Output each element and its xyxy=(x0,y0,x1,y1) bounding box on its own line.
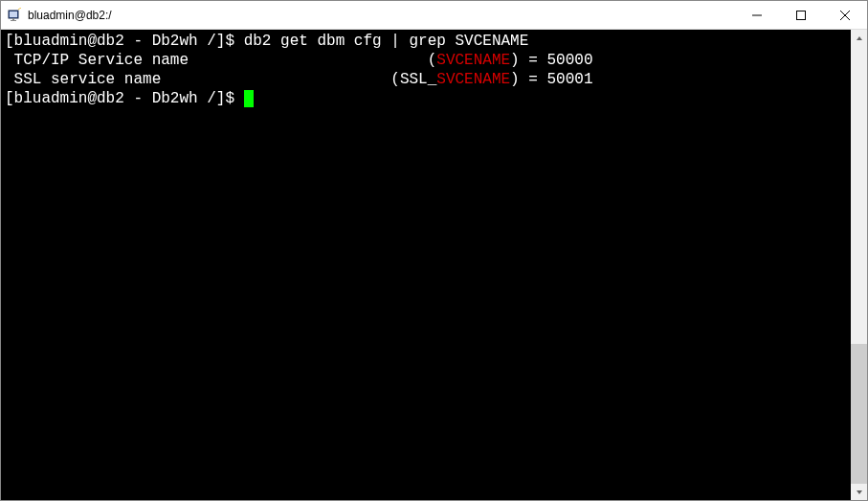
grep-highlight: SVCENAME xyxy=(436,52,510,69)
prompt: [bluadmin@db2 - Db2wh /]$ xyxy=(5,90,244,107)
scroll-track[interactable] xyxy=(851,46,867,484)
minimize-button[interactable] xyxy=(735,1,779,29)
command-text: db2 get dbm cfg | grep SVCENAME xyxy=(244,33,529,50)
putty-window: bluadmin@db2:/ [bluadmin@db2 - Db2wh /]$… xyxy=(0,0,868,501)
window-buttons xyxy=(735,1,867,29)
svg-marker-10 xyxy=(857,490,862,494)
window-title: bluadmin@db2:/ xyxy=(28,9,735,22)
cursor xyxy=(244,90,254,107)
output-rest: ) = 50001 xyxy=(510,71,592,88)
output-label: SSL service name xyxy=(5,71,161,88)
terminal[interactable]: [bluadmin@db2 - Db2wh /]$ db2 get dbm cf… xyxy=(1,30,851,500)
svg-rect-1 xyxy=(10,11,17,17)
titlebar[interactable]: bluadmin@db2:/ xyxy=(1,1,867,30)
putty-icon xyxy=(7,8,22,23)
vertical-scrollbar[interactable] xyxy=(851,30,867,500)
svg-rect-3 xyxy=(11,20,16,21)
close-button[interactable] xyxy=(823,1,867,29)
output-label: TCP/IP Service name xyxy=(5,52,189,69)
scroll-up-arrow[interactable] xyxy=(851,30,867,46)
prompt: [bluadmin@db2 - Db2wh /]$ xyxy=(5,33,244,50)
client-area: [bluadmin@db2 - Db2wh /]$ db2 get dbm cf… xyxy=(1,30,867,500)
svg-line-4 xyxy=(18,8,21,10)
output-pad: ( xyxy=(189,52,436,69)
maximize-button[interactable] xyxy=(779,1,823,29)
grep-highlight: SVCENAME xyxy=(436,71,510,88)
svg-rect-2 xyxy=(12,18,14,20)
scroll-down-arrow[interactable] xyxy=(851,484,867,500)
output-rest: ) = 50000 xyxy=(510,52,592,69)
svg-rect-6 xyxy=(797,11,806,19)
scroll-thumb[interactable] xyxy=(851,344,867,484)
output-pad: (SSL_ xyxy=(161,71,436,88)
svg-marker-9 xyxy=(857,36,862,40)
